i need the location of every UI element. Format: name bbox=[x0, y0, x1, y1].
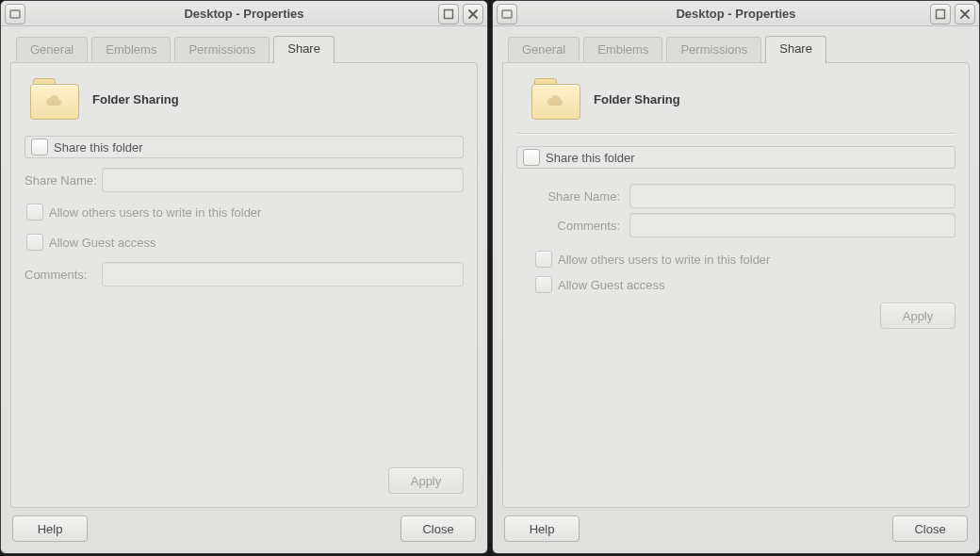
share-name-input[interactable] bbox=[629, 184, 956, 208]
tab-strip: General Emblems Permissions Share bbox=[502, 36, 970, 62]
section-title: Folder Sharing bbox=[92, 92, 179, 106]
close-label: Close bbox=[422, 522, 453, 536]
tab-strip: General Emblems Permissions Share bbox=[10, 36, 478, 62]
share-this-folder-label: Share this folder bbox=[546, 151, 635, 165]
cloud-icon bbox=[546, 94, 566, 109]
tab-label: Permissions bbox=[680, 42, 747, 57]
apply-button[interactable]: Apply bbox=[388, 467, 464, 494]
apply-label: Apply bbox=[903, 309, 934, 323]
window-menu-button[interactable] bbox=[5, 4, 25, 25]
help-button[interactable]: Help bbox=[504, 515, 580, 542]
window-icon bbox=[501, 8, 513, 20]
comments-label: Comments: bbox=[533, 219, 629, 233]
comments-input[interactable] bbox=[629, 213, 956, 237]
close-button-footer[interactable]: Close bbox=[400, 515, 476, 542]
tab-label: Emblems bbox=[106, 42, 156, 57]
allow-write-label: Allow others users to write in this fold… bbox=[49, 205, 261, 220]
allow-guest-label: Allow Guest access bbox=[558, 278, 664, 292]
help-label: Help bbox=[530, 522, 555, 536]
tab-permissions[interactable]: Permissions bbox=[666, 37, 761, 62]
tab-permissions[interactable]: Permissions bbox=[174, 37, 270, 62]
help-button[interactable]: Help bbox=[12, 515, 88, 542]
tab-label: Share bbox=[287, 41, 320, 56]
maximize-icon bbox=[443, 8, 454, 20]
apply-label: Apply bbox=[411, 474, 442, 488]
svg-rect-1 bbox=[445, 10, 453, 19]
window-title: Desktop - Properties bbox=[676, 7, 795, 21]
maximize-button[interactable] bbox=[438, 4, 459, 25]
close-button-footer[interactable]: Close bbox=[892, 515, 968, 542]
svg-rect-0 bbox=[10, 10, 20, 18]
window-title: Desktop - Properties bbox=[184, 7, 303, 21]
tab-label: Share bbox=[779, 41, 812, 56]
tab-emblems[interactable]: Emblems bbox=[583, 37, 662, 62]
tab-content: Folder Sharing Share this folder Share N… bbox=[10, 62, 478, 508]
properties-window-left: Desktop - Properties General Emblems P bbox=[0, 0, 488, 554]
window-icon bbox=[9, 8, 21, 20]
comments-label: Comments: bbox=[24, 268, 102, 282]
close-icon bbox=[467, 8, 479, 20]
allow-write-checkbox[interactable] bbox=[535, 251, 552, 268]
tab-content: Folder Sharing Share this folder Share N… bbox=[502, 62, 970, 508]
tab-label: General bbox=[30, 42, 74, 57]
tab-general[interactable]: General bbox=[508, 37, 580, 62]
tab-general[interactable]: General bbox=[16, 37, 88, 62]
allow-write-checkbox[interactable] bbox=[26, 204, 43, 221]
cloud-icon bbox=[44, 94, 65, 109]
separator bbox=[516, 133, 956, 134]
titlebar[interactable]: Desktop - Properties bbox=[1, 1, 487, 26]
allow-guest-checkbox[interactable] bbox=[535, 276, 552, 293]
folder-share-icon bbox=[30, 78, 79, 120]
share-this-folder-group: Share this folder bbox=[24, 136, 464, 158]
share-name-label: Share Name: bbox=[533, 189, 629, 204]
section-title: Folder Sharing bbox=[594, 92, 680, 106]
apply-button[interactable]: Apply bbox=[880, 303, 956, 329]
close-button[interactable] bbox=[463, 4, 483, 25]
tab-emblems[interactable]: Emblems bbox=[91, 37, 171, 62]
tab-label: Emblems bbox=[597, 42, 648, 57]
maximize-icon bbox=[935, 8, 946, 20]
close-button[interactable] bbox=[955, 4, 975, 25]
share-name-input[interactable] bbox=[102, 168, 464, 192]
properties-window-right: Desktop - Properties General Emblems P bbox=[492, 0, 980, 554]
folder-share-icon bbox=[531, 78, 580, 120]
window-menu-button[interactable] bbox=[497, 4, 517, 25]
tab-label: General bbox=[522, 42, 565, 57]
tab-share[interactable]: Share bbox=[765, 36, 826, 63]
share-this-folder-checkbox[interactable] bbox=[31, 139, 48, 155]
share-this-folder-label: Share this folder bbox=[54, 140, 143, 155]
maximize-button[interactable] bbox=[930, 4, 951, 25]
allow-write-label: Allow others users to write in this fold… bbox=[558, 253, 770, 267]
share-name-label: Share Name: bbox=[24, 173, 102, 188]
tab-share[interactable]: Share bbox=[273, 36, 335, 63]
help-label: Help bbox=[38, 522, 63, 536]
share-this-folder-group: Share this folder bbox=[516, 146, 956, 169]
svg-rect-3 bbox=[937, 10, 945, 19]
close-label: Close bbox=[914, 522, 945, 536]
close-icon bbox=[959, 8, 971, 20]
svg-rect-2 bbox=[502, 10, 512, 18]
comments-input[interactable] bbox=[102, 262, 464, 286]
allow-guest-label: Allow Guest access bbox=[49, 236, 155, 250]
share-this-folder-checkbox[interactable] bbox=[523, 149, 540, 166]
titlebar[interactable]: Desktop - Properties bbox=[493, 1, 979, 26]
allow-guest-checkbox[interactable] bbox=[26, 234, 43, 251]
tab-label: Permissions bbox=[188, 42, 255, 57]
